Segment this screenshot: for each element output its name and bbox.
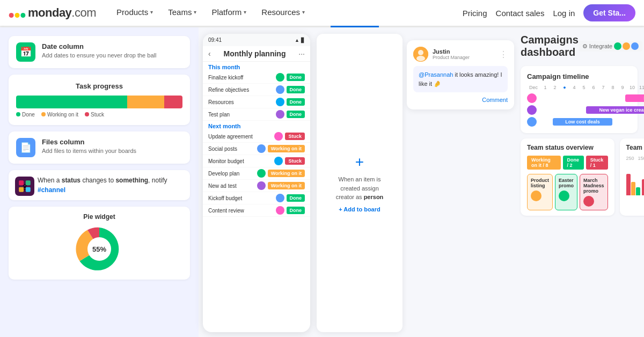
status-item-card: Easter promo <box>555 174 577 210</box>
nav-indicator-line <box>331 26 379 27</box>
nav-products[interactable]: Products ▾ <box>109 0 160 26</box>
chip-done: Done / 2 <box>563 156 584 170</box>
date-column-desc: Add dates to ensure you never drop the b… <box>42 52 156 60</box>
chevron-down-icon: ▾ <box>302 9 305 15</box>
comment-action[interactable]: Comment <box>413 97 508 103</box>
team-status-card-1: Team status overview Working on it / 8 D… <box>521 138 614 216</box>
svg-point-1 <box>15 13 20 18</box>
task-row: Refine objectives Done <box>203 84 310 96</box>
integrate-button[interactable]: ⚙ Integrate <box>579 41 642 52</box>
svg-point-12 <box>418 50 423 55</box>
legend-stuck: Stuck <box>85 112 104 118</box>
task-avatar <box>257 144 266 153</box>
comment-options-button[interactable]: ⋮ <box>499 49 508 60</box>
add-to-board-button[interactable]: + Add to board <box>339 206 380 213</box>
status-badge: Done <box>287 207 305 214</box>
status-cards: Team status overview Working on it / 8 D… <box>521 138 638 216</box>
status-badge: Done <box>287 194 305 202</box>
logo[interactable]: monday.com <box>9 6 96 20</box>
task-avatar <box>276 98 284 106</box>
main-content: 📅 Date column Add dates to ensure you ne… <box>0 27 644 337</box>
sic-avatar <box>583 196 594 207</box>
monthly-back-button[interactable]: ‹ <box>208 49 211 58</box>
sic-title: Easter promo <box>559 178 574 188</box>
sic-title: Product listing <box>531 178 549 188</box>
files-column-icon: 📄 <box>16 138 35 157</box>
nav-login[interactable]: Log in <box>553 9 575 18</box>
nav-indicator <box>0 26 644 27</box>
logo-text: monday.com <box>28 6 96 20</box>
nav-pricing[interactable]: Pricing <box>463 9 487 18</box>
nav-right: Pricing Contact sales Log in Get Sta... <box>463 4 635 21</box>
comment-card: Justin Product Manager ⋮ @Prasannah it l… <box>407 40 514 109</box>
comment-header: Justin Product Manager ⋮ <box>413 47 508 62</box>
dashboard-panel: Campaigns dashboard ⚙ Integrate 💬 7 / Au… <box>516 27 644 337</box>
dashboard-actions: ⚙ Integrate 💬 7 / Automate ··· <box>579 38 644 54</box>
commenter-name: Justin <box>433 48 470 55</box>
timeline-row: Low cost deals <box>527 117 644 127</box>
status-badge: Done <box>287 74 305 81</box>
timeline-avatar <box>527 105 537 115</box>
bar-chart-card: Team status overview 250 150 50 <box>620 138 644 216</box>
integrate-icon: ⚙ <box>582 43 588 50</box>
task-row: Kickoff budget Done <box>203 192 310 204</box>
legend-done: Done <box>16 112 35 118</box>
task-row: Social posts Working on it <box>203 143 310 155</box>
task-row: Develop plan Working on it <box>203 167 310 180</box>
status-chips: Working on it / 8 Done / 2 Stuck / 1 <box>527 156 608 170</box>
nav-platform[interactable]: Platform ▾ <box>204 0 254 26</box>
dashboard-header: Campaigns dashboard ⚙ Integrate 💬 7 / Au… <box>521 27 638 61</box>
commenter-avatar <box>413 47 428 62</box>
task-progress-title: Task progress <box>16 82 182 90</box>
date-column-card: 📅 Date column Add dates to ensure you ne… <box>9 36 190 68</box>
timeline-bar-area: Fall collection <box>540 94 644 102</box>
plus-icon: + <box>355 153 364 171</box>
status-badge: Working on it <box>268 182 305 189</box>
files-column-info: Files column Add files to items within y… <box>42 138 136 155</box>
phone-time: 09:41 <box>208 37 222 43</box>
task-avatar <box>276 73 284 82</box>
task-row: Finalize kickoff Done <box>203 71 310 84</box>
timeline-bar-area: Low cost deals <box>540 118 644 126</box>
task-row: Resources Done <box>203 96 310 108</box>
nav-teams[interactable]: Teams ▾ <box>160 0 204 26</box>
timeline-rows: Fall collection New vegan ice cream Low … <box>527 93 644 127</box>
battery-icon: ▊ <box>301 38 305 43</box>
team-status-title-1: Team status overview <box>527 144 608 151</box>
svg-point-0 <box>9 13 14 18</box>
timeline-avatar <box>527 117 537 127</box>
get-started-button[interactable]: Get Sta... <box>583 4 635 21</box>
task-avatar <box>276 206 284 215</box>
date-column-icon: 📅 <box>16 42 35 62</box>
status-item-card: March Madness promo <box>580 174 608 210</box>
status-badge: Stuck <box>285 157 305 165</box>
task-avatar <box>257 169 266 178</box>
task-progress-card: Task progress Done Working on it Stuck <box>9 75 190 125</box>
progress-bar <box>16 96 182 108</box>
commenter-role: Product Manager <box>433 55 470 60</box>
phone-status-icons: ▲ ▊ <box>295 38 305 43</box>
left-panel: 📅 Date column Add dates to ensure you ne… <box>0 27 199 337</box>
timeline-row: New vegan ice cream <box>527 105 644 115</box>
task-row: Test plan Done <box>203 108 310 121</box>
comment-body: @Prasannah it looks amazing! I like it 🤌 <box>413 66 508 92</box>
nav-contact-sales[interactable]: Contact sales <box>496 9 545 18</box>
status-item-card: Product listing <box>527 174 553 210</box>
chevron-down-icon: ▾ <box>150 9 153 15</box>
next-month-header: Next month <box>203 121 310 130</box>
task-avatar <box>274 157 283 165</box>
nav-resources[interactable]: Resources ▾ <box>254 0 312 26</box>
date-column-info: Date column Add dates to ensure you neve… <box>42 42 156 60</box>
task-row: Monitor budget Stuck <box>203 155 310 167</box>
task-avatar <box>276 85 284 94</box>
pie-widget-card: Pie widget 55% <box>9 207 190 280</box>
timeline-bar-vegan: New vegan ice cream <box>586 106 644 114</box>
monthly-options-button[interactable]: ··· <box>298 49 305 58</box>
files-column-desc: Add files to items within your boards <box>42 147 136 155</box>
task-avatar <box>276 110 284 119</box>
bars-container <box>626 163 644 195</box>
timeline-bar-area: New vegan ice cream <box>540 106 644 114</box>
sic-title: March Madness promo <box>583 178 604 194</box>
chip-working: Working on it / 8 <box>527 156 561 170</box>
sic-avatar <box>559 191 569 201</box>
